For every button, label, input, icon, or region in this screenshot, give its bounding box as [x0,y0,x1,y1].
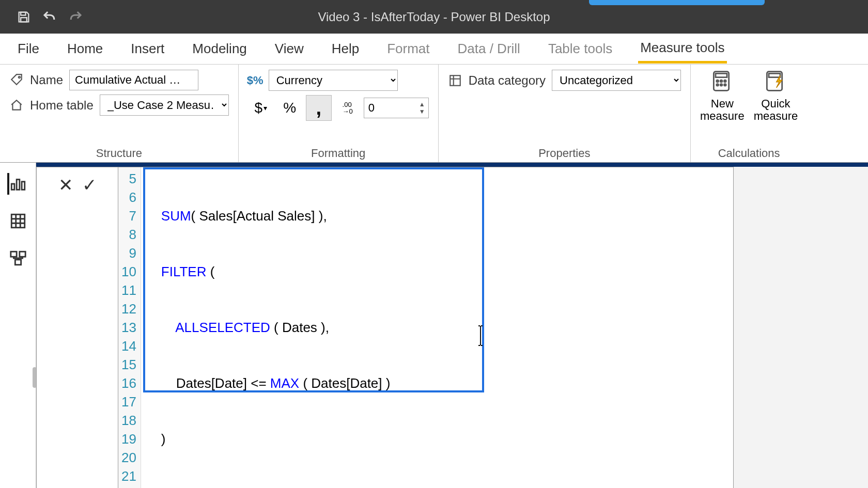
line-gutter: 56789101112131415161718192021 [118,167,141,488]
spinner-up-icon[interactable]: ▲ [416,101,428,108]
data-view-button[interactable] [7,210,29,232]
svg-rect-18 [10,251,16,257]
ribbon-group-formatting: $% Currency $▾ % , .00 →0 ▲ ▼ Forma [239,65,439,162]
spinner-down-icon[interactable]: ▼ [416,108,428,115]
quick-measure-button[interactable]: Quick measure [754,70,798,122]
ribbon-tabs: File Home Insert Modeling View Help Form… [0,34,868,65]
ribbon-group-calculations: New measure Quick measure Calculations [691,65,807,162]
title-bar: Video 3 - IsAfterToday - Power BI Deskto… [0,0,868,34]
tab-view[interactable]: View [273,36,306,62]
dax-editor[interactable]: 56789101112131415161718192021 SUM( Sales… [118,167,733,488]
svg-rect-17 [11,214,25,228]
svg-rect-0 [21,12,25,15]
svg-point-6 [717,80,719,82]
svg-rect-3 [450,75,460,86]
decimal-places-input[interactable] [364,98,416,118]
tab-help[interactable]: Help [330,36,361,62]
tab-insert[interactable]: Insert [129,36,166,62]
home-table-icon [9,98,24,113]
svg-point-8 [724,80,726,82]
data-category-label: Data category [469,73,546,88]
data-category-select[interactable]: Uncategorized [552,70,681,91]
svg-rect-14 [11,184,14,190]
decimal-shift-button[interactable]: .00 →0 [335,95,361,121]
model-view-button[interactable] [7,247,29,269]
svg-rect-13 [769,73,780,77]
undo-icon[interactable] [41,9,58,25]
new-measure-label: New measure [700,98,745,122]
canvas-area: ✕ ✓ 56789101112131415161718192021 SUM( S… [0,163,868,488]
data-category-icon [448,73,462,88]
ribbon-group-structure: Name Home table _Use Case 2 Measu… Struc… [0,65,239,162]
svg-rect-19 [19,251,25,257]
report-view-button[interactable] [7,173,29,195]
app-title: Video 3 - IsAfterToday - Power BI Deskto… [318,10,550,24]
svg-rect-15 [17,180,20,190]
new-measure-button[interactable]: New measure [700,70,745,122]
text-cursor-icon [430,307,431,327]
group-label-formatting: Formatting [248,145,429,160]
tab-modeling[interactable]: Modeling [190,36,249,62]
home-table-select[interactable]: _Use Case 2 Measu… [100,95,229,116]
svg-point-11 [724,84,726,86]
calculator-lightning-icon [763,70,788,95]
svg-point-10 [720,84,722,86]
tab-table-tools[interactable]: Table tools [546,36,614,62]
format-select[interactable]: Currency [269,70,398,91]
svg-rect-20 [15,260,21,265]
group-label-calculations: Calculations [700,145,798,160]
thousands-button[interactable]: , [306,95,332,121]
percent-button[interactable]: % [277,95,303,121]
tag-icon [9,73,24,87]
redo-icon[interactable] [67,9,84,25]
tab-data-drill[interactable]: Data / Drill [456,36,522,62]
formula-cancel-button[interactable]: ✕ [58,175,73,195]
tab-home[interactable]: Home [65,36,105,62]
home-table-label: Home table [30,98,94,113]
svg-point-7 [720,80,722,82]
visual-selection-border [36,163,868,167]
formula-bar: ✕ ✓ 56789101112131415161718192021 SUM( S… [36,167,734,488]
svg-point-2 [19,76,20,78]
tab-measure-tools[interactable]: Measure tools [638,35,726,64]
ribbon: Name Home table _Use Case 2 Measu… Struc… [0,65,868,163]
decimal-places-spinner[interactable]: ▲ ▼ [364,98,429,118]
quick-measure-label: Quick measure [754,98,798,122]
group-label-structure: Structure [9,145,229,160]
tab-file[interactable]: File [16,36,41,62]
svg-rect-16 [22,182,25,190]
formula-commit-button[interactable]: ✓ [82,175,97,195]
banner-stub [589,0,765,5]
report-canvas[interactable]: ✕ ✓ 56789101112131415161718192021 SUM( S… [36,163,868,488]
group-label-properties: Properties [448,145,681,160]
view-switcher [0,163,36,488]
code-area[interactable]: SUM( Sales[Actual Sales] ), FILTER ( ALL… [141,167,475,488]
currency-button[interactable]: $▾ [248,95,274,121]
name-label: Name [30,73,63,87]
svg-rect-1 [21,18,27,22]
calculator-icon [710,70,735,95]
tab-format[interactable]: Format [385,36,431,62]
ribbon-group-properties: Data category Uncategorized Properties [439,65,691,162]
svg-rect-5 [716,73,727,77]
save-icon[interactable] [16,9,32,25]
measure-name-input[interactable] [69,70,198,90]
format-icon: $% [248,73,262,88]
svg-point-9 [717,84,719,86]
